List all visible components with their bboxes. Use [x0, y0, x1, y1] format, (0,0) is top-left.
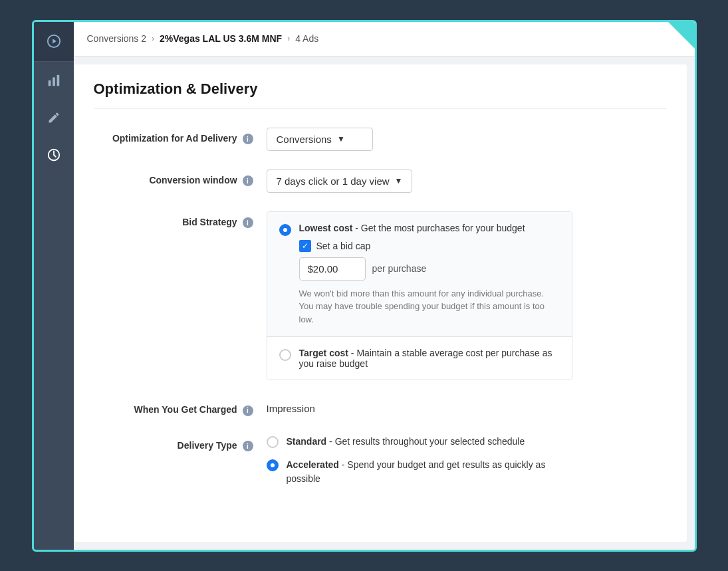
charged-info-icon[interactable]: i — [243, 405, 253, 416]
edit-icon — [47, 111, 61, 124]
bid-option-target-cost-title: Target cost - Maintain a stable average … — [299, 348, 560, 369]
app-container: Conversions 2 › 2%Vegas LAL US 3.6M MNF … — [32, 20, 697, 552]
radio-target-cost[interactable] — [279, 349, 291, 361]
bid-cap-checkbox[interactable]: ✓ — [299, 240, 311, 252]
svg-rect-3 — [53, 77, 55, 86]
bid-strategy-control: Lowest cost - Get the most purchases for… — [267, 211, 667, 381]
bid-option-lowest-cost-title: Lowest cost - Get the most purchases for… — [299, 223, 560, 233]
delivery-options: Standard - Get results throughout your s… — [267, 435, 572, 486]
charged-value: Impression — [267, 399, 667, 414]
bid-cap-note: We won't bid more than this amount for a… — [299, 287, 560, 326]
delivery-accelerated-text: Accelerated - Spend your budget and get … — [287, 458, 572, 486]
breadcrumb-item-3[interactable]: 4 Ads — [295, 33, 318, 44]
conversion-info-icon[interactable]: i — [243, 175, 253, 186]
breadcrumb-item-1[interactable]: Conversions 2 — [87, 33, 147, 44]
bid-option-target-cost-content: Target cost - Maintain a stable average … — [299, 348, 560, 369]
conversion-window-row: Conversion window i 7 days click or 1 da… — [94, 170, 667, 193]
delivery-option-standard[interactable]: Standard - Get results throughout your s… — [267, 435, 572, 449]
optimization-dropdown[interactable]: Conversions ▼ — [267, 128, 373, 151]
optimization-delivery-row: Optimization for Ad Delivery i Conversio… — [94, 128, 667, 151]
optimization-dropdown-label: Conversions — [277, 134, 332, 145]
bid-strategy-box: Lowest cost - Get the most purchases for… — [267, 211, 572, 381]
chart-icon — [47, 73, 61, 88]
radio-standard[interactable] — [267, 436, 279, 448]
app-layout: Conversions 2 › 2%Vegas LAL US 3.6M MNF … — [34, 22, 695, 550]
bid-strategy-row: Bid Strategy i Lowest cost - Get the mos… — [94, 211, 667, 381]
breadcrumb-arrow-2: › — [287, 34, 290, 43]
sidebar-chart-button[interactable] — [34, 62, 74, 99]
main-content: Conversions 2 › 2%Vegas LAL US 3.6M MNF … — [74, 22, 695, 550]
breadcrumb-item-2[interactable]: 2%Vegas LAL US 3.6M MNF — [160, 33, 282, 44]
delivery-type-control: Standard - Get results throughout your s… — [267, 435, 667, 486]
charged-control: Impression — [267, 399, 667, 414]
play-icon — [47, 34, 61, 49]
section-title: Optimization & Delivery — [94, 80, 667, 109]
sidebar-clock-button[interactable] — [34, 136, 74, 173]
bid-option-lowest-cost-content: Lowest cost - Get the most purchases for… — [299, 223, 560, 326]
per-purchase-label: per purchase — [372, 263, 427, 274]
svg-rect-2 — [48, 80, 51, 86]
optimization-label: Optimization for Ad Delivery i — [94, 128, 267, 145]
delivery-info-icon[interactable]: i — [243, 441, 253, 451]
breadcrumb-arrow-1: › — [152, 34, 154, 43]
bid-strategy-info-icon[interactable]: i — [243, 217, 253, 228]
bid-strategy-label: Bid Strategy i — [94, 211, 267, 229]
checkmark-icon: ✓ — [302, 242, 308, 250]
conversion-window-label: Conversion window i — [94, 170, 267, 187]
sidebar-play-button[interactable] — [34, 22, 74, 62]
delivery-option-accelerated[interactable]: Accelerated - Spend your budget and get … — [267, 458, 572, 486]
breadcrumb: Conversions 2 › 2%Vegas LAL US 3.6M MNF … — [74, 22, 695, 57]
svg-marker-1 — [53, 39, 57, 43]
bid-option-lowest-cost[interactable]: Lowest cost - Get the most purchases for… — [267, 212, 572, 337]
bid-cap-row: ✓ Set a bid cap — [299, 240, 560, 252]
clock-icon — [47, 148, 61, 162]
bid-cap-label: Set a bid cap — [316, 241, 371, 251]
radio-lowest-cost[interactable] — [279, 224, 291, 236]
conversion-window-dropdown-label: 7 days click or 1 day view — [277, 175, 390, 187]
chevron-down-icon-2: ▼ — [395, 176, 403, 185]
bid-cap-input[interactable] — [299, 257, 366, 281]
optimization-info-icon[interactable]: i — [243, 134, 253, 144]
chevron-down-icon: ▼ — [337, 134, 345, 144]
radio-accelerated[interactable] — [267, 459, 279, 471]
svg-rect-4 — [57, 74, 59, 86]
bid-input-row: per purchase — [299, 257, 560, 281]
charged-row: When You Get Charged i Impression — [94, 399, 667, 416]
delivery-type-row: Delivery Type i Standard - Get results t… — [94, 435, 667, 486]
delivery-standard-text: Standard - Get results throughout your s… — [287, 435, 525, 449]
bid-option-target-cost[interactable]: Target cost - Maintain a stable average … — [267, 336, 572, 380]
conversion-window-dropdown[interactable]: 7 days click or 1 day view ▼ — [267, 170, 413, 193]
form-area: Optimization & Delivery Optimization for… — [74, 64, 687, 542]
sidebar-edit-button[interactable] — [34, 99, 74, 136]
charged-label: When You Get Charged i — [94, 399, 267, 416]
optimization-control: Conversions ▼ — [267, 128, 667, 151]
delivery-type-label: Delivery Type i — [94, 435, 267, 452]
conversion-window-control: 7 days click or 1 day view ▼ — [267, 170, 667, 193]
sidebar — [34, 22, 74, 550]
